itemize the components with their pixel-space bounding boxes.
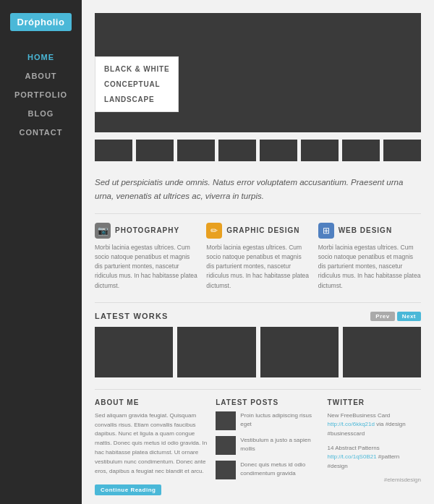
- twitter-column: TWITTER New FreeBusiness Cardhttp://t.co…: [328, 398, 421, 496]
- tweet-2-text: 14 Abstract Patternshttp://t.co/1qS0B21 …: [328, 445, 400, 469]
- thumb-4[interactable]: [218, 140, 256, 161]
- about-title: ABOUT ME: [95, 398, 207, 406]
- thumb-2[interactable]: [136, 140, 174, 161]
- post-text-2: Vestibulum a justo a sapien mollis: [240, 436, 318, 453]
- post-item-1: Proin luctus adipiscing risus eget: [216, 411, 318, 430]
- feature-graphic-design-header: ✏ GRAPHIC DESIGN: [206, 223, 309, 239]
- latest-works-title: LATEST WORKS: [95, 312, 169, 320]
- feature-web-design-title: WEB DESIGN: [339, 226, 392, 234]
- divider-2: [95, 302, 421, 303]
- divider-3: [95, 389, 421, 390]
- camera-icon: 📷: [95, 223, 111, 239]
- sidebar-item-contact[interactable]: CONTACT: [20, 127, 63, 138]
- thumb-6[interactable]: [301, 140, 339, 161]
- feature-web-design-header: ⊞ WEB DESIGN: [318, 223, 421, 239]
- tweet-1-text: New FreeBusiness Cardhttp://t.co/6kkq21d…: [328, 412, 406, 437]
- post-thumb-2: [216, 436, 236, 455]
- posts-column: LATEST POSTS Proin luctus adipiscing ris…: [216, 398, 318, 496]
- thumb-5[interactable]: [260, 140, 297, 161]
- works-nav-buttons: Prev Next: [370, 312, 421, 321]
- divider-1: [95, 213, 421, 214]
- about-text: Sed aliquam gravida feugiat. Quisquam co…: [95, 411, 207, 477]
- portfolio-dropdown: BLACK & WHITE CONCEPTUAL LANDSCAPE: [95, 56, 179, 112]
- post-thumb-1: [216, 411, 236, 430]
- work-item-3[interactable]: [260, 327, 339, 377]
- feature-web-design-text: Morbi lacinia egestas ultrices. Cum soci…: [318, 243, 421, 291]
- work-item-2[interactable]: [177, 327, 255, 377]
- tweet-1: New FreeBusiness Cardhttp://t.co/6kkq21d…: [328, 411, 421, 438]
- thumb-8[interactable]: [383, 140, 421, 161]
- post-item-3: Donec quis metus id odio condimentum gra…: [216, 461, 318, 479]
- tweet-1-link[interactable]: http://t.co/6kkq21d: [328, 421, 375, 427]
- hero-image: BLACK & WHITE CONCEPTUAL LANDSCAPE: [95, 13, 421, 132]
- nav: HOME ABOUT PORTFOLIO BLOG CONTACT: [0, 51, 82, 138]
- feature-graphic-design-text: Morbi lacinia egestas ultrices. Cum soci…: [206, 243, 309, 291]
- sidebar-item-home[interactable]: HOME: [27, 51, 54, 63]
- posts-title: LATEST POSTS: [216, 398, 318, 406]
- work-item-4[interactable]: [343, 327, 421, 377]
- thumb-1[interactable]: [95, 140, 132, 161]
- latest-works-header: LATEST WORKS Prev Next: [95, 312, 421, 321]
- feature-photography-header: 📷 PHOTOGRAPHY: [95, 223, 197, 239]
- work-item-1[interactable]: [95, 327, 173, 377]
- thumb-3[interactable]: [177, 140, 215, 161]
- thumb-7[interactable]: [342, 140, 380, 161]
- thumbnail-strip: [95, 140, 421, 161]
- dropdown-item-landscape[interactable]: LANDSCAPE: [95, 92, 178, 107]
- bottom-section: ABOUT ME Sed aliquam gravida feugiat. Qu…: [95, 398, 421, 496]
- feature-web-design: ⊞ WEB DESIGN Morbi lacinia egestas ultri…: [318, 223, 421, 291]
- feature-photography: 📷 PHOTOGRAPHY Morbi lacinia egestas ultr…: [95, 223, 197, 291]
- works-grid: [95, 327, 421, 377]
- sidebar-item-about[interactable]: ABOUT: [25, 70, 56, 82]
- feature-photography-text: Morbi lacinia egestas ultrices. Cum soci…: [95, 243, 197, 291]
- web-icon: ⊞: [318, 223, 334, 239]
- feature-photography-title: PHOTOGRAPHY: [115, 226, 179, 234]
- sidebar: Drópholio HOME ABOUT PORTFOLIO BLOG CONT…: [0, 0, 82, 504]
- post-text-3: Donec quis metus id odio condimentum gra…: [240, 461, 318, 478]
- post-text-1: Proin luctus adipiscing risus eget: [240, 411, 318, 429]
- works-prev-button[interactable]: Prev: [370, 312, 394, 321]
- post-item-2: Vestibulum a justo a sapien mollis: [216, 436, 318, 455]
- dropdown-item-conceptual[interactable]: CONCEPTUAL: [95, 77, 178, 92]
- sidebar-item-portfolio[interactable]: PORTFOLIO: [14, 89, 67, 101]
- post-thumb-3: [216, 461, 236, 479]
- sidebar-item-blog[interactable]: BLOG: [28, 108, 54, 119]
- feature-graphic-design-title: GRAPHIC DESIGN: [226, 226, 299, 234]
- main-content: BLACK & WHITE CONCEPTUAL LANDSCAPE Sed u…: [82, 0, 434, 504]
- works-next-button[interactable]: Next: [397, 312, 421, 321]
- tweet-2: 14 Abstract Patternshttp://t.co/1qS0B21 …: [328, 444, 421, 471]
- feature-graphic-design: ✏ GRAPHIC DESIGN Morbi lacinia egestas u…: [206, 223, 309, 291]
- twitter-title: TWITTER: [328, 398, 421, 406]
- dropdown-item-bw[interactable]: BLACK & WHITE: [95, 61, 178, 77]
- features-section: 📷 PHOTOGRAPHY Morbi lacinia egestas ultr…: [95, 223, 421, 291]
- twitter-handle: #elemisdesign: [328, 477, 421, 483]
- tweet-2-link[interactable]: http://t.co/1qS0B21: [328, 453, 377, 460]
- logo[interactable]: Drópholio: [10, 13, 72, 31]
- read-more-button[interactable]: Continue Reading: [95, 484, 161, 495]
- about-column: ABOUT ME Sed aliquam gravida feugiat. Qu…: [95, 398, 207, 496]
- design-icon: ✏: [206, 223, 222, 239]
- hero-quote: Sed ut perspiciatis unde omnis. Natus er…: [95, 176, 421, 203]
